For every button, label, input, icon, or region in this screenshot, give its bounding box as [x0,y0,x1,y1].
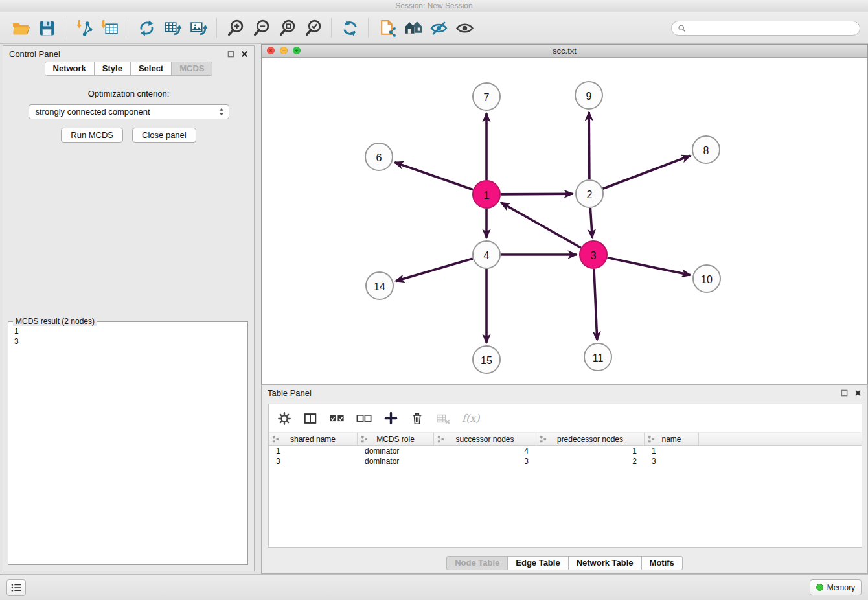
svg-text:9: 9 [586,91,592,102]
column-header-label: name [661,435,681,444]
node-14[interactable]: 14 [366,272,393,299]
run-mcds-label: Run MCDS [71,130,113,140]
table-settings-button[interactable] [277,411,291,426]
task-history-button[interactable] [6,579,26,596]
trash-icon [410,411,424,426]
tab-mcds[interactable]: MCDS [171,62,212,76]
float-window-icon[interactable] [841,389,848,397]
node-2[interactable]: 2 [576,180,603,207]
edge-2-8[interactable] [603,156,691,189]
save-session-button[interactable] [34,15,60,41]
node-10[interactable]: 10 [693,265,720,292]
column-header-shared-name[interactable]: shared name [269,433,358,445]
network-canvas[interactable]: 7968124314101511 [262,58,867,384]
node-9[interactable]: 9 [575,82,602,109]
toolbar-separator [216,18,217,38]
search-box[interactable] [671,21,860,36]
split-table-button[interactable] [303,411,317,426]
app-titlebar: Session: New Session [0,0,868,12]
network-overview-button[interactable] [400,15,426,41]
status-bar: Memory [0,574,868,600]
edge-2-9[interactable] [589,112,589,179]
delete-table-button[interactable] [436,411,450,426]
zoom-in-icon [226,19,245,38]
edge-4-14[interactable] [396,259,473,281]
function-builder-button[interactable]: f(x) [462,412,479,424]
memory-label: Memory [827,583,855,592]
column-header-name[interactable]: name [645,433,699,445]
zoom-fit-button[interactable] [274,15,300,41]
search-input[interactable] [689,23,854,33]
new-network-button[interactable] [133,15,159,41]
minimize-window-button[interactable] [280,47,288,54]
node-4[interactable]: 4 [473,241,500,268]
edge-3-1[interactable] [501,203,581,248]
node-7[interactable]: 7 [473,83,500,110]
edge-3-11[interactable] [594,269,597,340]
zoom-selected-button[interactable] [300,15,326,41]
close-panel-icon[interactable] [241,51,248,58]
import-table-file-button[interactable] [97,15,122,41]
close-window-button[interactable] [267,47,275,54]
dropdown-stepper-icon [218,107,225,117]
unchecked-boxes-icon [356,413,372,424]
memory-button[interactable]: Memory [810,579,862,595]
split-panel-icon [303,411,317,426]
tab-network-table[interactable]: Network Table [568,556,642,570]
node-8[interactable]: 8 [692,136,720,163]
edge-2-3[interactable] [590,208,592,238]
edge-1-6[interactable] [395,163,474,190]
main-toolbar [0,12,868,44]
table-body: 1dominator4113dominator323 [269,446,862,467]
hide-style-button[interactable] [426,15,451,41]
tab-node-table[interactable]: Node Table [446,556,508,570]
copy-network-button[interactable] [374,15,400,41]
export-image-button[interactable] [185,15,211,41]
zoom-selected-icon [304,19,323,38]
node-6[interactable]: 6 [365,143,393,170]
edge-3-10[interactable] [608,258,691,275]
column-header-filler [699,433,862,445]
svg-text:3: 3 [591,250,597,261]
svg-text:10: 10 [701,274,713,285]
tab-style[interactable]: Style [94,62,131,76]
table-row[interactable]: 3dominator323 [269,456,862,467]
export-table-button[interactable] [159,15,185,41]
tab-edge-table[interactable]: Edge Table [507,556,568,570]
node-3[interactable]: 3 [580,241,607,268]
tab-network[interactable]: Network [45,62,95,76]
tab-select[interactable]: Select [130,62,172,76]
zoom-window-button[interactable] [293,47,301,54]
table-cell: 3 [434,457,536,466]
edge-1-2[interactable] [501,194,573,194]
node-11[interactable]: 11 [584,343,611,371]
column-header-successor-nodes[interactable]: successor nodes [434,433,536,445]
node-15[interactable]: 15 [473,346,500,373]
zoom-out-button[interactable] [248,15,274,41]
table-row[interactable]: 1dominator411 [269,446,862,456]
delete-table-icon [436,411,450,426]
criterion-dropdown[interactable]: strongly connected component [29,104,229,119]
column-header-predecessor-nodes[interactable]: predecessor nodes [536,433,645,445]
deselect-all-button[interactable] [356,413,372,424]
zoom-in-button[interactable] [222,15,248,41]
column-header-MCDS-role[interactable]: MCDS role [358,433,434,445]
close-panel-icon[interactable] [854,389,862,397]
show-graphics-details-button[interactable] [451,15,477,41]
apply-layout-button[interactable] [337,15,363,41]
swap-arrows-icon [137,19,156,38]
column-header-label: successor nodes [455,435,514,444]
node-1[interactable]: 1 [473,181,500,208]
window-controls [267,47,301,54]
import-network-file-button[interactable] [71,15,97,41]
delete-column-button[interactable] [410,411,424,426]
add-column-button[interactable] [383,411,398,426]
tab-motifs[interactable]: Motifs [641,556,683,570]
svg-text:1: 1 [484,190,490,201]
open-session-button[interactable] [8,15,34,41]
select-all-button[interactable] [329,413,345,424]
control-panel-tabs: NetworkStyleSelectMCDS [3,62,254,76]
float-window-icon[interactable] [227,51,234,58]
run-mcds-button[interactable]: Run MCDS [61,128,123,143]
close-panel-button[interactable]: Close panel [132,128,196,143]
